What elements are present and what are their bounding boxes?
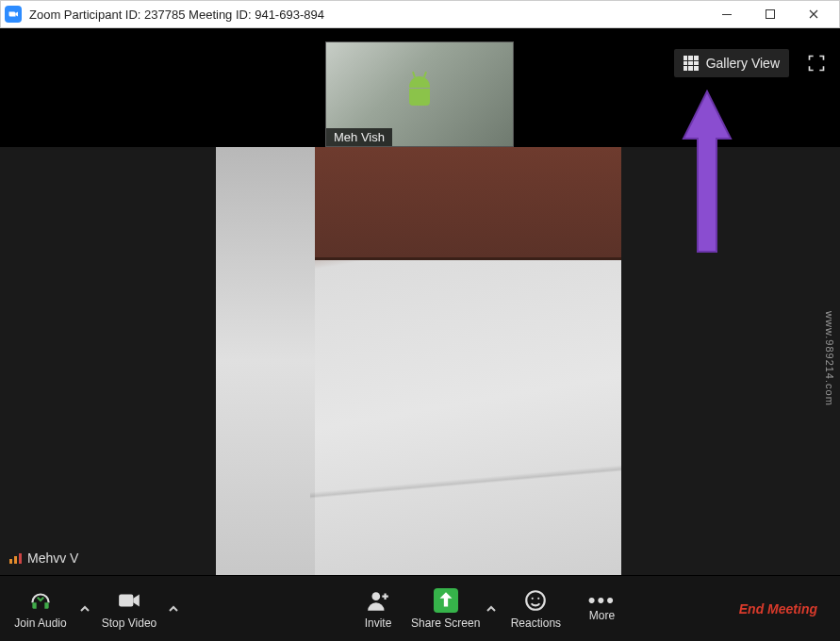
fullscreen-button[interactable]	[804, 51, 829, 75]
video-top-strip: Meh Vish Gallery View	[0, 28, 840, 147]
active-speaker-video[interactable]	[216, 147, 621, 575]
svg-point-3	[372, 592, 381, 600]
share-screen-icon	[434, 588, 458, 613]
signal-icon	[9, 553, 22, 564]
end-meeting-button[interactable]: End Meeting	[724, 594, 832, 624]
invite-button[interactable]: Invite	[345, 581, 411, 637]
svg-rect-2	[119, 594, 133, 606]
gallery-view-button[interactable]: Gallery View	[674, 49, 789, 77]
share-options-caret[interactable]	[480, 581, 502, 637]
participant-thumbnail[interactable]: Meh Vish	[325, 41, 514, 147]
active-speaker-tag: Mehvv V	[9, 551, 78, 566]
zoom-app-icon	[5, 6, 22, 23]
share-screen-button[interactable]: Share Screen	[411, 581, 480, 637]
meeting-toolbar: Join Audio Stop Video Invite	[0, 575, 840, 641]
join-audio-label: Join Audio	[14, 616, 66, 630]
more-label: More	[589, 609, 615, 622]
main-video-area	[0, 147, 840, 575]
maximize-button[interactable]	[749, 1, 792, 27]
close-button[interactable]	[792, 1, 835, 27]
join-audio-button[interactable]: Join Audio	[8, 581, 74, 637]
window-title: Zoom Participant ID: 237785 Meeting ID: …	[29, 8, 705, 22]
thumbnail-name-tag: Meh Vish	[326, 128, 392, 146]
reactions-button[interactable]: Reactions	[502, 581, 568, 637]
svg-rect-0	[722, 14, 732, 15]
active-speaker-name: Mehvv V	[27, 551, 78, 566]
gallery-view-label: Gallery View	[706, 56, 780, 71]
stop-video-button[interactable]: Stop Video	[96, 581, 162, 637]
grid-icon	[684, 56, 699, 71]
svg-rect-1	[766, 10, 775, 19]
audio-options-caret[interactable]	[74, 581, 96, 637]
video-options-caret[interactable]	[162, 581, 185, 637]
watermark: www.989214.com	[824, 311, 835, 406]
svg-point-4	[527, 591, 546, 610]
zoom-meeting-window: Meh Vish Gallery View i Mehvv V is conne…	[0, 28, 840, 641]
window-controls	[705, 1, 835, 27]
svg-point-5	[532, 597, 534, 599]
svg-point-6	[538, 597, 540, 599]
reactions-label: Reactions	[511, 616, 561, 630]
window-titlebar: Zoom Participant ID: 237785 Meeting ID: …	[0, 0, 840, 28]
more-button[interactable]: ••• More	[568, 581, 634, 637]
more-dots-icon: •••	[588, 596, 616, 605]
minimize-button[interactable]	[705, 1, 749, 27]
android-figurine	[405, 76, 434, 112]
invite-label: Invite	[365, 616, 392, 630]
stop-video-label: Stop Video	[102, 616, 157, 630]
share-screen-label: Share Screen	[411, 616, 480, 630]
